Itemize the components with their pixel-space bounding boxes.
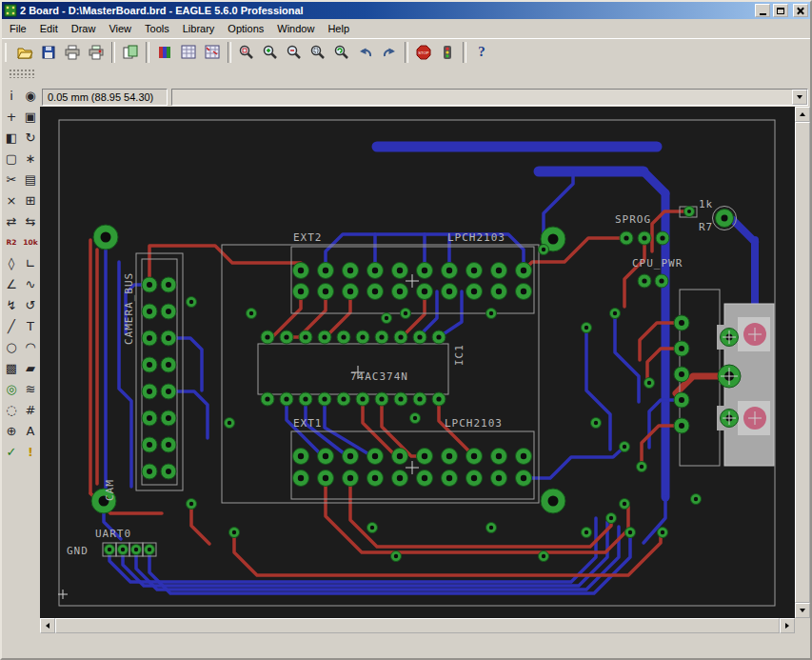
rotate-tool[interactable]: ↻ bbox=[22, 128, 40, 148]
grid-settings-button[interactable] bbox=[201, 41, 224, 64]
rotate-icon: ↻ bbox=[26, 131, 36, 144]
zoom-fit-button[interactable] bbox=[235, 41, 258, 64]
stop-label: STOP bbox=[418, 50, 429, 54]
scroll-up-button[interactable] bbox=[795, 107, 810, 122]
replace-icon: ⇆ bbox=[26, 215, 36, 228]
zoom-select-button[interactable] bbox=[307, 41, 329, 64]
save-button[interactable] bbox=[37, 41, 60, 64]
print-button[interactable] bbox=[61, 41, 84, 64]
minimize-icon bbox=[760, 13, 766, 15]
info-tool[interactable]: i bbox=[3, 86, 21, 106]
ripup-icon: ↺ bbox=[26, 299, 36, 311]
redo-icon bbox=[381, 44, 398, 61]
library-button[interactable] bbox=[153, 41, 176, 64]
menu-help[interactable]: Help bbox=[321, 20, 356, 37]
split-tool[interactable]: ∠ bbox=[3, 274, 21, 294]
arc-tool[interactable]: ◠ bbox=[22, 337, 40, 357]
show-tool[interactable]: ◉ bbox=[22, 86, 40, 106]
ripup-tool[interactable]: ↺ bbox=[22, 295, 40, 315]
go-traffic-light-icon bbox=[439, 44, 456, 61]
parameter-bar: 0.05 mm (88.95 54.30) bbox=[40, 88, 810, 107]
auto-tool[interactable]: A bbox=[22, 421, 40, 441]
scroll-down-button[interactable] bbox=[795, 603, 810, 618]
zoom-in-button[interactable] bbox=[259, 41, 282, 64]
hole-tool[interactable]: ◌ bbox=[3, 400, 21, 420]
toolbar-separator bbox=[463, 42, 466, 63]
undo-button[interactable] bbox=[354, 41, 377, 64]
menu-edit[interactable]: Edit bbox=[33, 20, 65, 37]
delete-tool[interactable]: × bbox=[3, 190, 21, 210]
toolbar: STOP ? bbox=[2, 38, 810, 65]
route-tool[interactable]: ↯ bbox=[3, 295, 21, 315]
change-icon: ∗ bbox=[26, 152, 36, 165]
close-button[interactable] bbox=[793, 4, 808, 17]
menu-draw[interactable]: Draw bbox=[65, 20, 103, 37]
eagle-window: 2 Board - D:\MasterBoard.brd - EAGLE 5.6… bbox=[0, 0, 812, 660]
redo-button[interactable] bbox=[378, 41, 401, 64]
miter-tool[interactable]: ∟ bbox=[22, 253, 40, 273]
circle-tool[interactable]: ○ bbox=[3, 337, 21, 357]
zoom-out-icon bbox=[286, 44, 303, 61]
vertical-scrollbar[interactable] bbox=[795, 107, 810, 618]
help-button[interactable]: ? bbox=[470, 41, 493, 64]
copy-tool[interactable]: ▣ bbox=[22, 107, 40, 127]
command-input[interactable] bbox=[172, 90, 792, 105]
name-tool[interactable]: R2 bbox=[3, 232, 21, 252]
open-button[interactable] bbox=[13, 41, 36, 64]
menu-options[interactable]: Options bbox=[221, 20, 270, 37]
wire-tool[interactable]: ╱ bbox=[3, 316, 21, 336]
rect-tool[interactable]: ▩ bbox=[3, 358, 21, 378]
zoom-redraw-button[interactable] bbox=[330, 41, 353, 64]
scroll-left-button[interactable] bbox=[40, 618, 55, 633]
errors-tool[interactable]: ! bbox=[22, 442, 40, 462]
mark-tool[interactable]: ⊕ bbox=[3, 421, 21, 441]
cut-icon: ✂ bbox=[7, 173, 17, 186]
arc-icon: ◠ bbox=[25, 341, 35, 353]
maximize-button[interactable] bbox=[773, 4, 788, 17]
add-tool[interactable]: ⊞ bbox=[22, 190, 40, 210]
value-tool[interactable]: 10k bbox=[22, 232, 40, 252]
toolbar-separator bbox=[111, 42, 115, 63]
polygon-tool[interactable]: ▰ bbox=[22, 358, 40, 378]
cam-processor-button[interactable] bbox=[85, 41, 108, 64]
group-tool[interactable]: ▢ bbox=[3, 149, 21, 169]
menu-view[interactable]: View bbox=[102, 20, 138, 37]
tool-palette: i ◉ + ▣ ◧ ↻ ▢ ∗ ✂ ▤ × ⊞ ⇄ ⇆ R2 10k ◊ ∟ ∠… bbox=[2, 65, 40, 658]
stop-button[interactable]: STOP bbox=[412, 41, 435, 64]
ratsnest-tool[interactable]: # bbox=[22, 400, 40, 420]
horizontal-scroll-thumb[interactable] bbox=[55, 618, 780, 633]
minimize-button[interactable] bbox=[755, 4, 770, 17]
close-icon bbox=[797, 8, 804, 14]
scroll-right-icon bbox=[785, 623, 789, 629]
via-tool[interactable]: ◎ bbox=[3, 379, 21, 399]
dock-gap bbox=[40, 65, 810, 88]
pinswap-tool[interactable]: ⇄ bbox=[3, 211, 21, 231]
scroll-right-button[interactable] bbox=[780, 618, 795, 633]
drc-tool[interactable]: ✓ bbox=[3, 442, 21, 462]
command-dropdown-button[interactable] bbox=[792, 90, 807, 105]
board-canvas[interactable]: EXT2 LPCH2103 SPROG 1k R7 CPU_PWR CAMERA… bbox=[40, 107, 795, 618]
move-icon: + bbox=[7, 110, 17, 123]
signal-tool[interactable]: ≋ bbox=[22, 379, 40, 399]
replace-tool[interactable]: ⇆ bbox=[22, 211, 40, 231]
menu-library[interactable]: Library bbox=[176, 20, 222, 37]
text-tool[interactable]: T bbox=[22, 316, 40, 336]
paste-tool[interactable]: ▤ bbox=[22, 170, 40, 190]
menu-file[interactable]: File bbox=[3, 20, 33, 37]
mirror-tool[interactable]: ◧ bbox=[3, 128, 21, 148]
cut-tool[interactable]: ✂ bbox=[3, 170, 21, 190]
menu-window[interactable]: Window bbox=[270, 20, 321, 37]
smash-tool[interactable]: ◊ bbox=[3, 253, 21, 273]
go-button[interactable] bbox=[436, 41, 459, 64]
menu-tools[interactable]: Tools bbox=[138, 20, 176, 37]
change-tool[interactable]: ∗ bbox=[22, 149, 40, 169]
vertical-scroll-thumb[interactable] bbox=[795, 122, 810, 603]
palette-grip[interactable] bbox=[8, 68, 34, 78]
board-schematic-switch-button[interactable] bbox=[119, 41, 142, 64]
optimize-tool[interactable]: ∿ bbox=[22, 274, 40, 294]
canvas-row: EXT2 LPCH2103 SPROG 1k R7 CPU_PWR CAMERA… bbox=[40, 107, 810, 618]
display-settings-button[interactable] bbox=[177, 41, 200, 64]
move-tool[interactable]: + bbox=[3, 107, 21, 127]
horizontal-scrollbar[interactable] bbox=[40, 618, 795, 633]
zoom-out-button[interactable] bbox=[283, 41, 306, 64]
